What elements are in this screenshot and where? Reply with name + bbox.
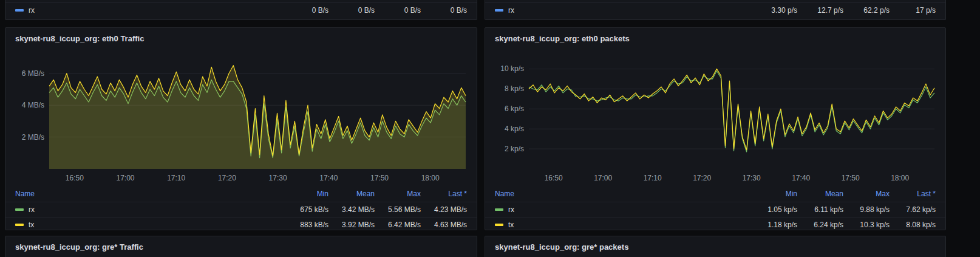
legend-header: Name Min Mean Max Last * (5, 186, 477, 202)
legend-row-tx[interactable]: tx 883 kB/s 3.92 MB/s 6.42 MB/s 4.63 MB/… (5, 217, 477, 232)
svg-text:16:50: 16:50 (545, 174, 563, 182)
series-label: rx (508, 205, 514, 214)
series-label: rx (508, 6, 514, 15)
panel-partial-top-right: rx 3.30 p/s 12.7 p/s 62.2 p/s 17 p/s (485, 0, 946, 20)
series-label: rx (29, 205, 35, 214)
grafana-dashboard: { "colors": { "legend_header": "#6e9fff"… (0, 0, 980, 257)
legend-value-min: 1.05 kp/s (751, 205, 797, 214)
svg-text:2 kp/s: 2 kp/s (505, 145, 524, 153)
svg-text:17:10: 17:10 (167, 174, 185, 182)
panel-partial-gre-traffic: skynet-ru8_iccup_org: gre* Traffic (5, 236, 477, 257)
legend-header: Name Min Mean Max Last * (485, 186, 945, 202)
legend-value-last: 8.08 kp/s (890, 221, 936, 229)
legend-value-last: 4.23 MB/s (421, 205, 467, 214)
legend-series-name[interactable]: tx (495, 221, 751, 229)
legend-row-rx[interactable]: rx 0 B/s 0 B/s 0 B/s 0 B/s (5, 2, 477, 18)
legend: Name Min Mean Max Last * rx 1.05 kp/s 6.… (485, 185, 945, 232)
legend-series-name[interactable]: tx (15, 221, 282, 229)
legend-col-last[interactable]: Last * (890, 190, 936, 198)
svg-text:17:50: 17:50 (370, 174, 389, 182)
svg-text:18:00: 18:00 (421, 174, 440, 182)
series-color-dash-icon (15, 9, 24, 12)
legend-value-max: 0 B/s (375, 6, 421, 15)
svg-text:10 kp/s: 10 kp/s (500, 64, 524, 73)
panel-title[interactable]: skynet-ru8_iccup_org: gre* Traffic (5, 236, 477, 257)
panel-title[interactable]: skynet-ru8_iccup_org: eth0 packets (485, 28, 945, 49)
legend-value-last: 0 B/s (421, 6, 467, 15)
legend-value-max: 10.3 kp/s (843, 221, 890, 229)
svg-text:4 kp/s: 4 kp/s (505, 125, 524, 133)
panel-eth0-traffic: skynet-ru8_iccup_org: eth0 Traffic 2 MB/… (5, 27, 477, 230)
svg-text:2 MB/s: 2 MB/s (22, 133, 44, 142)
series-label: tx (29, 221, 34, 229)
svg-text:17:10: 17:10 (644, 174, 662, 182)
legend-value-max: 9.88 kp/s (843, 205, 890, 214)
legend-value-mean: 0 B/s (328, 6, 375, 15)
legend: Name Min Mean Max Last * rx 675 kB/s 3.4… (5, 185, 477, 232)
svg-text:17:50: 17:50 (842, 174, 860, 182)
svg-text:18:00: 18:00 (891, 174, 909, 182)
legend-col-min[interactable]: Min (282, 190, 328, 198)
legend-series-name[interactable]: rx (495, 205, 751, 214)
series-label: rx (29, 6, 35, 15)
svg-text:6 MB/s: 6 MB/s (22, 69, 44, 78)
series-label: tx (508, 221, 514, 229)
legend-value-max: 62.2 p/s (843, 6, 890, 15)
legend-col-last[interactable]: Last * (421, 190, 467, 198)
panel-partial-gre-packets: skynet-ru8_iccup_org: gre* packets (485, 236, 946, 257)
legend-value-mean: 6.11 kp/s (797, 205, 843, 214)
panel-title[interactable]: skynet-ru8_iccup_org: eth0 Traffic (5, 28, 477, 49)
legend-value-min: 883 kB/s (282, 221, 328, 229)
traffic-chart-canvas[interactable]: 2 MB/s4 MB/s6 MB/s16:5017:0017:1017:2017… (10, 49, 473, 185)
packets-chart-canvas[interactable]: 2 kp/s4 kp/s6 kp/s8 kp/s10 kp/s16:5017:0… (490, 49, 942, 185)
svg-text:17:00: 17:00 (594, 174, 612, 182)
svg-text:17:40: 17:40 (792, 174, 810, 182)
series-color-dash-icon (495, 208, 503, 211)
legend-col-name[interactable]: Name (495, 190, 751, 198)
legend-value-min: 1.18 kp/s (751, 221, 797, 229)
panel-eth0-packets: skynet-ru8_iccup_org: eth0 packets 2 kp/… (485, 27, 946, 230)
svg-text:17:30: 17:30 (269, 174, 287, 182)
legend-value-mean: 3.42 MB/s (328, 205, 375, 214)
legend-col-mean[interactable]: Mean (328, 190, 375, 198)
legend-value-min: 675 kB/s (282, 205, 328, 214)
series-color-dash-icon (15, 208, 24, 211)
series-color-dash-icon (495, 224, 503, 226)
legend-series-name[interactable]: rx (15, 6, 282, 15)
legend-col-mean[interactable]: Mean (797, 190, 843, 198)
series-color-dash-icon (495, 9, 503, 12)
legend-value-mean: 6.24 kp/s (797, 221, 843, 229)
traffic-chart[interactable]: 2 MB/s4 MB/s6 MB/s16:5017:0017:1017:2017… (5, 49, 477, 185)
series-color-dash-icon (15, 224, 24, 226)
panel-title[interactable]: skynet-ru8_iccup_org: gre* packets (485, 236, 945, 257)
legend-row-tx[interactable]: tx 1.18 kp/s 6.24 kp/s 10.3 kp/s 8.08 kp… (485, 217, 945, 232)
svg-text:17:30: 17:30 (743, 174, 761, 182)
packets-chart[interactable]: 2 kp/s4 kp/s6 kp/s8 kp/s10 kp/s16:5017:0… (485, 49, 945, 185)
legend-row-rx[interactable]: rx 675 kB/s 3.42 MB/s 5.56 MB/s 4.23 MB/… (5, 202, 477, 217)
legend-value-mean: 12.7 p/s (797, 6, 843, 15)
legend-row-rx[interactable]: rx 1.05 kp/s 6.11 kp/s 9.88 kp/s 7.62 kp… (485, 202, 945, 217)
legend-series-name[interactable]: rx (15, 205, 282, 214)
panel-partial-top-left: rx 0 B/s 0 B/s 0 B/s 0 B/s (5, 0, 477, 20)
legend-value-last: 17 p/s (890, 6, 936, 15)
legend-row-rx[interactable]: rx 3.30 p/s 12.7 p/s 62.2 p/s 17 p/s (485, 2, 945, 18)
legend-col-min[interactable]: Min (751, 190, 797, 198)
legend-col-max[interactable]: Max (843, 190, 890, 198)
legend-value-min: 3.30 p/s (751, 6, 797, 15)
svg-text:8 kp/s: 8 kp/s (505, 84, 524, 93)
legend-value-max: 5.56 MB/s (375, 205, 421, 214)
svg-text:17:20: 17:20 (218, 174, 236, 182)
legend-value-mean: 3.92 MB/s (328, 221, 375, 229)
legend-value-last: 7.62 kp/s (890, 205, 936, 214)
legend-col-max[interactable]: Max (375, 190, 421, 198)
legend-value-max: 6.42 MB/s (375, 221, 421, 229)
svg-text:6 kp/s: 6 kp/s (505, 105, 524, 113)
svg-text:16:50: 16:50 (66, 174, 84, 182)
legend-value-min: 0 B/s (282, 6, 328, 15)
svg-text:17:20: 17:20 (693, 174, 711, 182)
svg-text:17:40: 17:40 (319, 174, 338, 182)
legend-col-name[interactable]: Name (15, 190, 282, 198)
svg-text:17:00: 17:00 (116, 174, 134, 182)
legend-series-name[interactable]: rx (495, 6, 751, 15)
legend-value-last: 4.63 MB/s (421, 221, 467, 229)
